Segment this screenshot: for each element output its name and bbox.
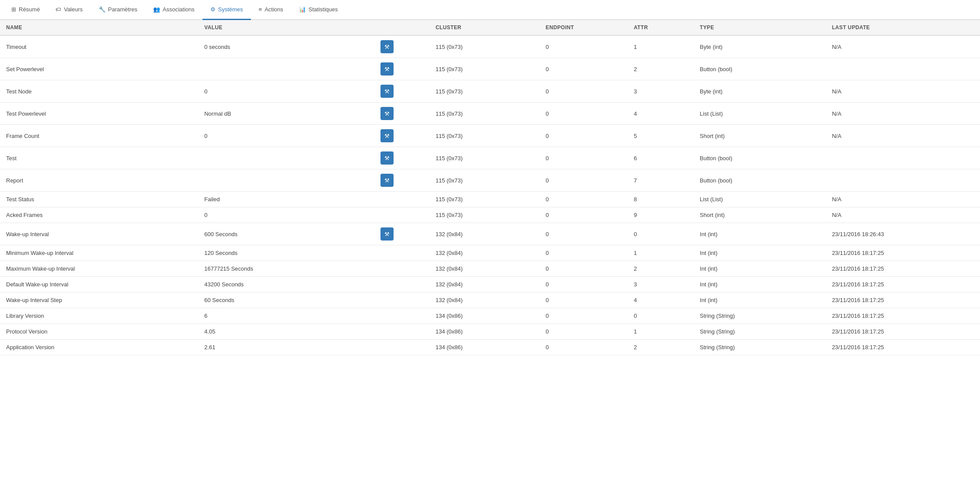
row-action-1[interactable]: ⚒ [374,58,429,80]
wrench-button-6[interactable]: ⚒ [380,174,394,187]
row-updated-3: N/A [826,103,980,125]
wrench-button-9[interactable]: ⚒ [380,227,394,241]
row-action-3[interactable]: ⚒ [374,103,429,125]
tab-label-resume: Résumé [19,6,40,13]
row-endpoint-1: 0 [540,58,628,80]
row-value-9: 600 Seconds [198,223,374,245]
row-endpoint-13: 0 [540,292,628,308]
row-value-6 [198,169,374,192]
row-updated-14: 23/11/2016 18:17:25 [826,308,980,324]
row-cluster-8: 115 (0x73) [429,207,539,223]
row-cluster-6: 115 (0x73) [429,169,539,192]
row-action-13 [374,292,429,308]
row-endpoint-4: 0 [540,125,628,147]
row-type-16: String (String) [694,340,826,355]
row-cluster-11: 132 (0x84) [429,261,539,277]
row-name-6: Report [0,169,198,192]
col-header-5: Attr [627,20,693,35]
row-action-11 [374,261,429,277]
row-type-7: List (List) [694,192,826,207]
row-value-5 [198,147,374,169]
row-endpoint-14: 0 [540,308,628,324]
row-action-2[interactable]: ⚒ [374,80,429,103]
row-endpoint-9: 0 [540,223,628,245]
row-name-12: Default Wake-up Interval [0,277,198,292]
row-updated-6 [826,169,980,192]
tab-resume[interactable]: ⊞Résumé [3,0,48,20]
tab-systemes[interactable]: ⚙Systèmes [202,0,251,20]
row-endpoint-15: 0 [540,324,628,340]
row-cluster-1: 115 (0x73) [429,58,539,80]
wrench-button-5[interactable]: ⚒ [380,151,394,165]
tab-label-actions: Actions [264,6,283,13]
row-action-0[interactable]: ⚒ [374,35,429,58]
row-value-0: 0 seconds [198,35,374,58]
row-attr-13: 4 [627,292,693,308]
row-updated-4: N/A [826,125,980,147]
row-updated-2: N/A [826,80,980,103]
wrench-button-4[interactable]: ⚒ [380,129,394,142]
actions-icon: ≡ [259,6,262,13]
row-cluster-12: 132 (0x84) [429,277,539,292]
wrench-button-3[interactable]: ⚒ [380,107,394,120]
row-action-6[interactable]: ⚒ [374,169,429,192]
col-header-3: Cluster [429,20,539,35]
valeurs-icon: 🏷 [55,6,61,13]
table-row: Set Powerlevel⚒115 (0x73)02Button (bool) [0,58,980,80]
row-action-10 [374,245,429,261]
row-action-4[interactable]: ⚒ [374,125,429,147]
tab-actions[interactable]: ≡Actions [251,0,291,20]
row-type-12: Int (int) [694,277,826,292]
tab-valeurs[interactable]: 🏷Valeurs [48,0,90,20]
table-row: Maximum Wake-up Interval16777215 Seconds… [0,261,980,277]
row-type-2: Byte (int) [694,80,826,103]
row-action-9[interactable]: ⚒ [374,223,429,245]
statistiques-icon: 📊 [299,6,306,13]
row-cluster-16: 134 (0x86) [429,340,539,355]
row-action-12 [374,277,429,292]
row-cluster-7: 115 (0x73) [429,192,539,207]
row-name-9: Wake-up Interval [0,223,198,245]
row-attr-0: 1 [627,35,693,58]
col-header-1: Value [198,20,374,35]
row-name-15: Protocol Version [0,324,198,340]
table-row: Timeout0 seconds⚒115 (0x73)01Byte (int)N… [0,35,980,58]
row-cluster-3: 115 (0x73) [429,103,539,125]
row-type-11: Int (int) [694,261,826,277]
row-cluster-4: 115 (0x73) [429,125,539,147]
row-action-8 [374,207,429,223]
table-container: NameValueClusterEndpointAttrTypeLast Upd… [0,20,980,355]
row-endpoint-5: 0 [540,147,628,169]
tab-label-associations: Associations [163,6,195,13]
row-value-16: 2.61 [198,340,374,355]
table-row: Acked Frames0115 (0x73)09Short (int)N/A [0,207,980,223]
row-action-5[interactable]: ⚒ [374,147,429,169]
row-action-14 [374,308,429,324]
table-row: Application Version2.61134 (0x86)02Strin… [0,340,980,355]
row-updated-16: 23/11/2016 18:17:25 [826,340,980,355]
wrench-button-1[interactable]: ⚒ [380,62,394,76]
row-type-4: Short (int) [694,125,826,147]
wrench-button-2[interactable]: ⚒ [380,85,394,98]
row-type-1: Button (bool) [694,58,826,80]
row-endpoint-12: 0 [540,277,628,292]
row-updated-11: 23/11/2016 18:17:25 [826,261,980,277]
tab-associations[interactable]: 👥Associations [145,0,202,20]
row-name-8: Acked Frames [0,207,198,223]
table-row: Minimum Wake-up Interval120 Seconds132 (… [0,245,980,261]
row-value-14: 6 [198,308,374,324]
row-updated-15: 23/11/2016 18:17:25 [826,324,980,340]
row-name-7: Test Status [0,192,198,207]
col-header-4: Endpoint [540,20,628,35]
row-cluster-0: 115 (0x73) [429,35,539,58]
row-cluster-9: 132 (0x84) [429,223,539,245]
row-cluster-10: 132 (0x84) [429,245,539,261]
tab-parametres[interactable]: 🔧Paramètres [91,0,145,20]
row-endpoint-2: 0 [540,80,628,103]
row-attr-16: 2 [627,340,693,355]
tab-statistiques[interactable]: 📊Statistiques [291,0,346,20]
row-attr-4: 5 [627,125,693,147]
wrench-button-0[interactable]: ⚒ [380,40,394,53]
resume-icon: ⊞ [11,6,16,13]
col-header-6: Type [694,20,826,35]
